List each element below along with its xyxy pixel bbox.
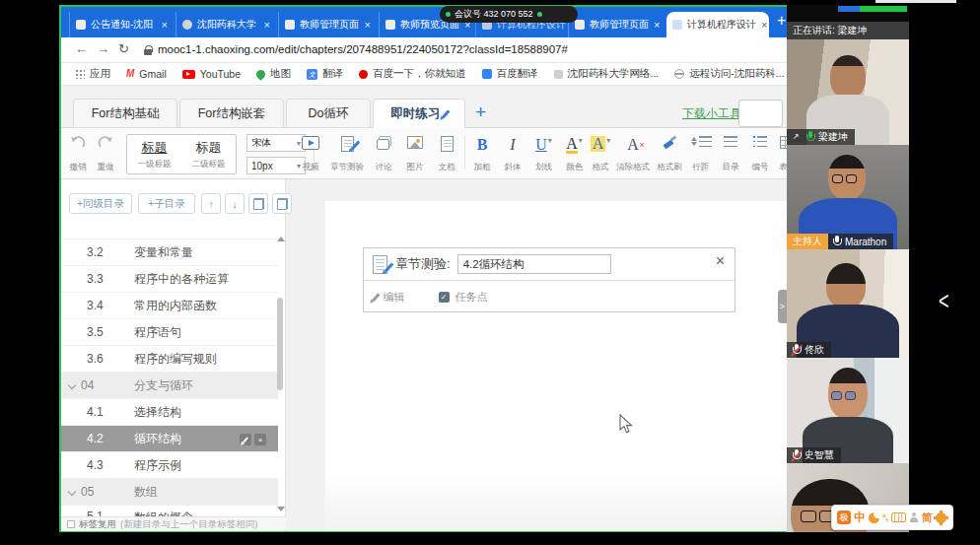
clear-format-button[interactable]: A× 清除格式 xyxy=(613,134,653,175)
task-point-checkbox[interactable]: ✓ xyxy=(439,292,450,303)
line-spacing-button[interactable]: 行距 xyxy=(686,134,716,175)
scroll-up-icon[interactable] xyxy=(277,237,285,241)
insert-discussion-button[interactable]: 讨论 xyxy=(368,134,399,175)
undo-button[interactable]: 撤销 xyxy=(65,134,91,175)
quiz-widget-footer: 编辑 ✓ 任务点 xyxy=(364,281,735,312)
batch-edit-button[interactable] xyxy=(272,193,292,214)
italic-button[interactable]: I 斜体 xyxy=(498,134,527,175)
insert-image-button[interactable]: 图片 xyxy=(399,134,431,175)
label-reuse-checkbox[interactable] xyxy=(67,520,75,528)
panel-expand-handle[interactable]: > xyxy=(778,290,787,323)
forward-icon[interactable]: → xyxy=(97,41,109,56)
content-tab-practice-active[interactable]: 即时练习 xyxy=(373,99,465,128)
ime-logo-icon[interactable]: 极 xyxy=(837,511,851,524)
close-icon[interactable]: × xyxy=(716,252,725,270)
edit-chapter-icon[interactable] xyxy=(240,434,251,445)
insert-video-button[interactable]: 视频 xyxy=(295,134,326,175)
add-child-chapter-button[interactable]: +子目录 xyxy=(138,193,195,214)
heading2-option[interactable]: 标题 二级标题 xyxy=(181,135,236,173)
browser-tab[interactable]: 沈阳药科大学 × xyxy=(175,12,276,37)
toolbox-button[interactable] xyxy=(738,100,783,127)
meeting-id-overlay[interactable]: 会议号 432 070 552 xyxy=(440,6,578,23)
chevron-down-icon: ▾ xyxy=(548,136,552,145)
delete-chapter-icon[interactable]: × xyxy=(254,434,266,445)
toc-item-4-2-selected[interactable]: 4.2 循环结构 × xyxy=(61,425,278,451)
move-down-button[interactable]: ↓ xyxy=(225,193,245,214)
insert-document-button[interactable]: 文档 xyxy=(431,134,462,175)
refresh-icon[interactable]: ↻ xyxy=(118,41,129,56)
move-up-button[interactable]: ↑ xyxy=(201,193,221,214)
underline-button[interactable]: U▾ 划线 xyxy=(528,134,559,175)
sidebar-scrollbar[interactable] xyxy=(277,298,283,390)
bookmark-translate[interactable]: 文翻译 xyxy=(307,67,343,81)
url-omnibox[interactable]: mooc1-1.chaoxing.com/edit/chapters/20748… xyxy=(158,43,568,55)
punctuation-mode[interactable]: °, xyxy=(882,512,888,522)
toc-item-3-2[interactable]: 3.2变量和常量 xyxy=(61,238,278,265)
gear-icon[interactable] xyxy=(936,512,946,523)
moon-icon[interactable] xyxy=(869,512,879,523)
new-tab-button[interactable]: + xyxy=(777,13,786,29)
close-tab-icon[interactable]: × xyxy=(654,19,660,31)
quiz-title-input[interactable] xyxy=(457,254,611,274)
content-tab-do-loop[interactable]: Do循环 xyxy=(286,99,371,128)
download-tool-link[interactable]: 下载小工具 xyxy=(682,105,741,122)
bookmark-syphu-net[interactable]: 沈阳药科大学网络... xyxy=(554,67,660,81)
highlight-icon: A xyxy=(591,136,606,152)
toc-section-04[interactable]: 04分支与循环 xyxy=(61,372,278,398)
simplified-mode[interactable]: 简 xyxy=(922,511,933,525)
browser-tab[interactable]: 公告通知-沈阳 × xyxy=(69,12,174,37)
outline-button[interactable]: 目录 xyxy=(716,134,745,175)
scroll-down-icon[interactable] xyxy=(277,507,285,511)
bookmark-gmail[interactable]: MGmail xyxy=(126,68,167,80)
browser-tab-active[interactable]: 计算机程序设计 × xyxy=(666,12,769,37)
toc-item-3-6[interactable]: 3.6程序的编写规则 xyxy=(61,345,278,372)
participant-video[interactable]: 主持人 Marathon xyxy=(787,145,909,249)
participant-video[interactable]: 佟欣 xyxy=(787,249,909,358)
back-icon[interactable]: ← xyxy=(75,41,88,56)
toc-section-05[interactable]: 05数组 xyxy=(61,478,278,505)
lock-icon[interactable] xyxy=(144,45,152,56)
toc-item-5-1[interactable]: 5.1数组的概念 xyxy=(61,505,278,516)
toc-item-4-3[interactable]: 4.3程序示例 xyxy=(61,451,278,478)
participant-name: Marathon xyxy=(845,237,886,247)
format-painter-button[interactable]: 格式刷 xyxy=(653,134,686,175)
add-content-tab-button[interactable]: + xyxy=(475,102,486,123)
keyboard-icon[interactable] xyxy=(891,512,906,522)
participant-video[interactable]: 史智慧 xyxy=(787,358,909,463)
browser-tab[interactable]: 教师管理页面 × xyxy=(278,12,377,37)
bold-icon: B xyxy=(477,136,488,154)
bold-button[interactable]: B 加粗 xyxy=(467,134,497,175)
edit-link[interactable]: 编辑 xyxy=(384,290,405,305)
toc-item-3-4[interactable]: 3.4常用的内部函数 xyxy=(61,292,278,318)
participant-video[interactable]: ↗ 梁建坤 xyxy=(787,39,909,145)
toc-item-4-1[interactable]: 4.1选择结构 xyxy=(61,398,278,425)
ime-language-mode[interactable]: 中 xyxy=(854,510,866,526)
add-sibling-chapter-button[interactable]: +同级目录 xyxy=(69,193,132,214)
bookmark-youtube[interactable]: YouTube xyxy=(182,68,241,80)
content-tab-for-basic[interactable]: For结构基础 xyxy=(73,99,177,128)
content-tab-for-nested[interactable]: For结构嵌套 xyxy=(179,99,284,128)
toc-item-3-5[interactable]: 3.5程序语句 xyxy=(61,318,278,345)
ime-toolbar[interactable]: 极 中 °, 简 xyxy=(831,505,953,530)
person-icon[interactable] xyxy=(909,512,919,522)
bookmark-apps[interactable]: 应用 xyxy=(75,67,110,81)
close-tab-icon[interactable]: × xyxy=(761,19,767,31)
highlight-format-button[interactable]: A▾ 格式 xyxy=(584,134,617,175)
toc-item-3-3[interactable]: 3.3程序中的各种运算 xyxy=(61,265,278,292)
bookmark-maps[interactable]: 地图 xyxy=(256,67,291,81)
close-tab-icon[interactable]: × xyxy=(365,19,371,31)
copy-chapter-button[interactable] xyxy=(248,193,268,214)
insert-quiz-button[interactable]: 章节测验 xyxy=(326,134,368,175)
bookmark-baidu-fanyi[interactable]: 百度翻译 xyxy=(482,67,538,81)
bookmark-remote-access[interactable]: 远程访问-沈阳药科... xyxy=(674,67,784,81)
window-edge-highlight xyxy=(875,0,956,3)
host-badge: 主持人 xyxy=(787,234,828,249)
redo-button[interactable]: 重做 xyxy=(93,134,118,175)
close-tab-icon[interactable]: × xyxy=(162,19,168,31)
collapse-panel-icon[interactable]: < xyxy=(939,288,949,316)
bookmark-baidu[interactable]: 百度一下，你就知道 xyxy=(359,67,466,81)
browser-tab[interactable]: 教师管理页面 × xyxy=(568,12,665,37)
numbered-list-button[interactable]: 编号 xyxy=(745,134,775,175)
close-tab-icon[interactable]: × xyxy=(264,19,270,31)
heading1-option[interactable]: 标题 一级标题 xyxy=(127,135,181,173)
